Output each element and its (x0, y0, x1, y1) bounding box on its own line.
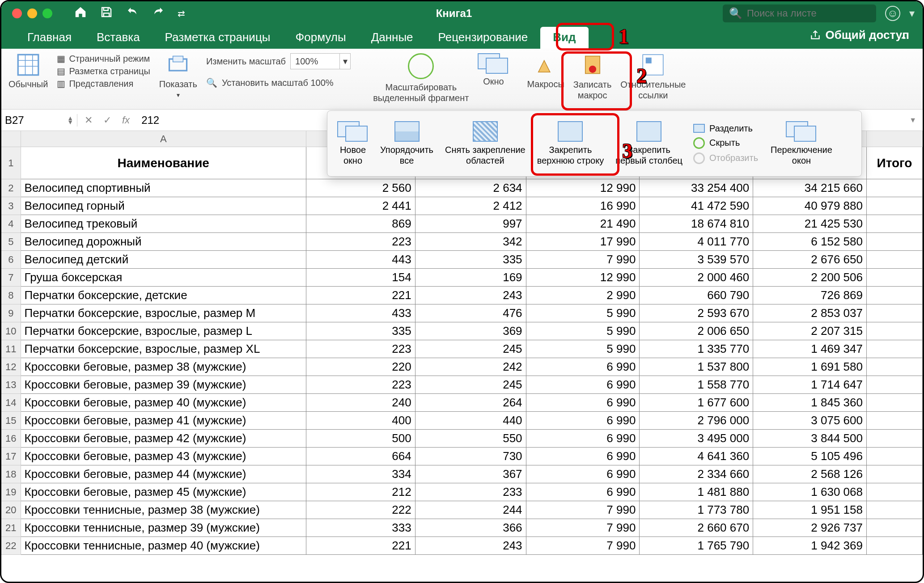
cell[interactable]: Велосипед дорожный (21, 233, 306, 251)
cell[interactable]: 212 (306, 483, 415, 501)
collapse-ribbon-icon[interactable]: ⌃ (900, 34, 907, 45)
maximize-window[interactable] (42, 8, 52, 18)
cell[interactable]: 1 714 647 (753, 376, 867, 394)
cell[interactable]: 1 942 369 (753, 537, 867, 555)
tab-insert[interactable]: Вставка (84, 30, 153, 49)
hide-window[interactable]: Скрыть (693, 137, 758, 149)
cell[interactable]: 660 790 (640, 287, 753, 304)
col-header-A[interactable]: A (21, 131, 306, 147)
accept-formula-icon[interactable]: ✓ (103, 114, 111, 126)
tab-view[interactable]: Вид (540, 27, 588, 49)
cell[interactable]: 6 990 (526, 448, 640, 465)
cell[interactable]: 220 (306, 358, 415, 376)
zoom-100[interactable]: 🔍 Установить масштаб 100% (206, 77, 351, 88)
cell[interactable] (867, 251, 923, 269)
tab-formulas[interactable]: Формулы (283, 30, 358, 49)
unhide-window[interactable]: Отобразить (693, 152, 758, 164)
cell[interactable] (867, 304, 923, 322)
cell[interactable] (867, 340, 923, 358)
cell[interactable]: 369 (415, 322, 526, 340)
cell[interactable]: 2 926 737 (753, 519, 867, 537)
cell[interactable]: 7 990 (526, 501, 640, 519)
cell[interactable]: 335 (415, 251, 526, 269)
cell[interactable]: 245 (415, 340, 526, 358)
cell[interactable]: 6 990 (526, 412, 640, 430)
name-box[interactable]: B27 ▲▼ (1, 114, 77, 127)
cell[interactable]: Итого (867, 147, 923, 179)
cell[interactable]: 1 773 780 (640, 501, 753, 519)
cell[interactable]: 169 (415, 269, 526, 287)
cell[interactable]: 4 011 770 (640, 233, 753, 251)
cell[interactable]: 17 990 (526, 233, 640, 251)
cell[interactable]: 726 869 (753, 287, 867, 304)
cell[interactable]: 2 660 670 (640, 519, 753, 537)
row-header[interactable]: 17 (1, 448, 21, 465)
cell[interactable]: 1 469 347 (753, 340, 867, 358)
cell[interactable]: 12 990 (526, 269, 640, 287)
cell[interactable]: 7 990 (526, 251, 640, 269)
row-header[interactable]: 19 (1, 483, 21, 501)
qat-customize-icon[interactable]: ⇄ (178, 8, 185, 19)
split-window[interactable]: Разделить (693, 123, 758, 134)
cell[interactable]: 7 990 (526, 537, 640, 555)
cell[interactable]: 242 (415, 358, 526, 376)
freeze-top-row[interactable]: Закрепитьверхнюю строку (534, 121, 607, 166)
cell[interactable]: Кроссовки теннисные, размер 39 (мужские) (21, 519, 306, 537)
cell[interactable]: 1 951 158 (753, 501, 867, 519)
fx-icon[interactable]: fx (122, 114, 130, 126)
cell[interactable] (867, 233, 923, 251)
cell[interactable]: 443 (306, 251, 415, 269)
cell[interactable] (867, 501, 923, 519)
cell[interactable]: Велосипед детский (21, 251, 306, 269)
cell[interactable]: 3 075 600 (753, 412, 867, 430)
view-custom[interactable]: ▥Представления (57, 78, 150, 89)
cell[interactable]: 223 (306, 376, 415, 394)
search-box[interactable]: 🔍 (723, 4, 876, 22)
record-macro[interactable]: Записатьмакрос (573, 53, 611, 101)
row-header[interactable]: 10 (1, 322, 21, 340)
cell[interactable]: 1 558 770 (640, 376, 753, 394)
cell[interactable]: 5 990 (526, 304, 640, 322)
row-header[interactable]: 14 (1, 394, 21, 412)
save-icon[interactable] (100, 5, 113, 21)
row-header[interactable]: 20 (1, 501, 21, 519)
tab-home[interactable]: Главная (15, 30, 84, 49)
cell[interactable]: 333 (306, 519, 415, 537)
cell[interactable]: 6 990 (526, 465, 640, 483)
macros-button[interactable]: Макросы (527, 53, 564, 89)
cell[interactable]: 21 425 530 (753, 215, 867, 233)
cell[interactable] (867, 269, 923, 287)
cell[interactable]: 223 (306, 340, 415, 358)
cell[interactable]: 1 537 800 (640, 358, 753, 376)
cell[interactable]: 1 335 770 (640, 340, 753, 358)
cell[interactable] (867, 322, 923, 340)
cell[interactable]: 2 568 126 (753, 465, 867, 483)
cell[interactable]: 335 (306, 322, 415, 340)
row-header[interactable]: 9 (1, 304, 21, 322)
cell[interactable]: 21 490 (526, 215, 640, 233)
cell[interactable]: 33 254 400 (640, 179, 753, 197)
cell[interactable]: Перчатки боксерские, взрослые, размер XL (21, 340, 306, 358)
cell[interactable] (867, 430, 923, 448)
cell[interactable]: 240 (306, 394, 415, 412)
cell[interactable]: 1 691 580 (753, 358, 867, 376)
window-menu[interactable]: Окно (478, 53, 509, 87)
expand-formula-bar[interactable]: ▼ (903, 116, 923, 124)
cell[interactable]: 16 990 (526, 197, 640, 215)
cell[interactable]: 5 990 (526, 322, 640, 340)
cell[interactable]: Кроссовки беговые, размер 41 (мужские) (21, 412, 306, 430)
cell[interactable]: 2 560 (306, 179, 415, 197)
cell[interactable] (867, 519, 923, 537)
cell[interactable]: 2 990 (526, 287, 640, 304)
cell[interactable]: 869 (306, 215, 415, 233)
cell[interactable]: 2 006 650 (640, 322, 753, 340)
cell[interactable]: 997 (415, 215, 526, 233)
namebox-stepper[interactable]: ▲▼ (67, 116, 73, 124)
cell[interactable]: 500 (306, 430, 415, 448)
cell[interactable]: Перчатки боксерские, детские (21, 287, 306, 304)
cell[interactable]: 3 844 500 (753, 430, 867, 448)
cell[interactable]: 12 990 (526, 179, 640, 197)
cell[interactable]: 2 000 460 (640, 269, 753, 287)
cell[interactable]: 2 207 315 (753, 322, 867, 340)
view-page-break[interactable]: ▦Страничный режим (57, 53, 150, 64)
